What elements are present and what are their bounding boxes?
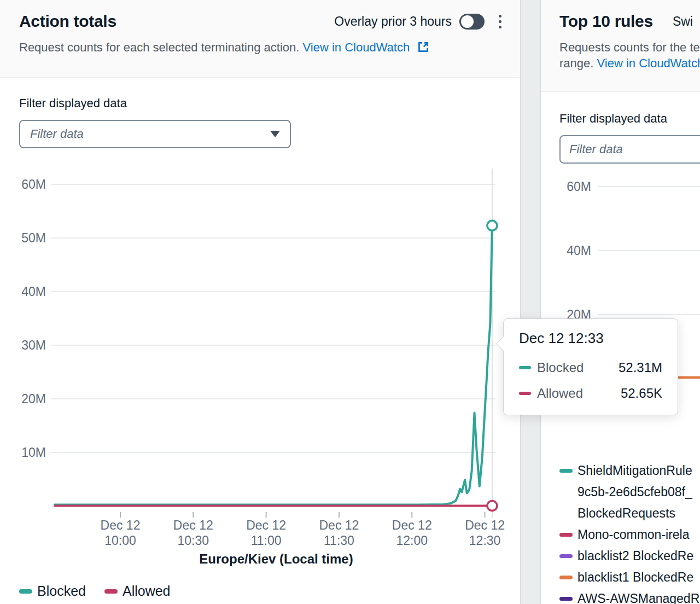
x-tick-label: Dec 12: [173, 518, 213, 532]
filter-data-placeholder: Filter data: [30, 127, 84, 141]
legend-label-blocked: Blocked: [37, 583, 86, 599]
kebab-icon: [499, 26, 501, 28]
legend-item-aws-managed[interactable]: AWS-AWSManagedR: [559, 588, 700, 604]
external-link-icon: [417, 41, 429, 53]
tooltip-label: Allowed: [537, 386, 583, 401]
legend-item-blocked[interactable]: Blocked: [19, 583, 86, 599]
panel-title-top-10-rules: Top 10 rules: [559, 12, 653, 31]
allowed-series-dash-icon: [104, 589, 118, 594]
x-tick-label: Dec 12: [392, 518, 432, 532]
top-10-rules-header: Top 10 rules Swi Requests counts for the…: [541, 0, 700, 92]
waf-dashboard-page: Action totals Overlay prior 3 hours Requ…: [0, 0, 700, 604]
overlay-toggle-label: Overlay prior 3 hours: [334, 14, 452, 29]
cloudwatch-link[interactable]: View in CloudWatch: [303, 40, 410, 54]
blocked-series-dash-icon: [19, 589, 32, 594]
y-tick-label: 40M: [21, 284, 46, 299]
tooltip-value: 52.31M: [619, 360, 662, 375]
y-tick-label: 50M: [21, 231, 46, 245]
filter-displayed-data-label-right: Filter displayed data: [559, 112, 700, 126]
tooltip-label: Blocked: [537, 360, 584, 375]
y-tick-label: 10M: [21, 445, 46, 460]
kebab-icon: [499, 15, 501, 18]
x-tick-label: 11:30: [324, 533, 354, 548]
x-tick-label: 10:00: [104, 533, 136, 548]
y-tick-label: 40M: [567, 243, 591, 258]
end-marker-allowed: [487, 501, 497, 510]
action-totals-chart[interactable]: 10M20M30M40M50M60MDec 1210:00Dec 1210:30…: [0, 164, 520, 580]
chart-tooltip: Dec 12 12:33 Blocked 52.31M Allowed 52.6…: [503, 318, 678, 415]
x-tick-label: Dec 12: [319, 518, 359, 532]
series-line-blocked: [55, 225, 492, 504]
switch-link-clipped[interactable]: Swi: [673, 14, 693, 29]
blocked-series-dash-icon: [519, 366, 531, 369]
action-totals-chart-legend: Blocked Allowed: [19, 583, 171, 599]
legend-item-shield-mitigation-rule[interactable]: ShieldMitigationRule 9c5b-2e6d5cfeb08f_ …: [559, 460, 700, 524]
action-totals-panel: Action totals Overlay prior 3 hours Requ…: [0, 0, 521, 604]
x-tick-label: 12:30: [469, 533, 501, 548]
y-tick-label: 60M: [21, 177, 46, 191]
y-tick-label: 20M: [21, 392, 46, 406]
legend-line: Mono-common-irela: [578, 524, 690, 545]
toggle-knob: [461, 15, 474, 28]
filter-data-dropdown[interactable]: Filter data: [19, 120, 291, 148]
x-tick-label: 10:30: [178, 533, 209, 548]
cloudwatch-link-right[interactable]: View in CloudWatch: [597, 56, 700, 70]
legend-line: blacklist1 BlockedRe: [578, 567, 693, 588]
kebab-menu-button[interactable]: [497, 13, 504, 31]
legend-line: AWS-AWSManagedR: [578, 588, 699, 604]
x-tick-label: Dec 12: [101, 518, 141, 532]
series-dash-icon: [559, 554, 573, 558]
y-tick-label: 60M: [567, 179, 591, 194]
top-rules-description-line2: range.: [559, 56, 597, 70]
kebab-icon: [499, 20, 501, 23]
series-dash-icon: [559, 533, 573, 537]
legend-line: ShieldMitigationRule: [578, 460, 692, 481]
legend-item-mono-common[interactable]: Mono-common-irela: [559, 524, 700, 545]
legend-item-blacklist1[interactable]: blacklist1 BlockedRe: [559, 567, 700, 588]
panel-title-action-totals: Action totals: [19, 12, 116, 31]
action-totals-header: Action totals Overlay prior 3 hours Requ…: [0, 0, 520, 78]
end-marker-blocked: [487, 220, 497, 230]
series-dash-icon: [559, 469, 573, 473]
tooltip-value: 52.65K: [621, 386, 662, 401]
tooltip-title: Dec 12 12:33: [519, 330, 662, 347]
allowed-series-dash-icon: [519, 392, 531, 395]
legend-item-allowed[interactable]: Allowed: [104, 583, 171, 599]
x-tick-label: 12:00: [396, 533, 428, 548]
x-tick-label: Dec 12: [465, 518, 505, 532]
chevron-down-icon: [270, 131, 280, 137]
tooltip-row-allowed: Allowed 52.65K: [519, 380, 662, 406]
top-10-rules-panel: Top 10 rules Swi Requests counts for the…: [540, 0, 700, 604]
y-tick-label: 30M: [21, 338, 46, 352]
series-dash-icon: [559, 576, 573, 579]
x-axis-title: Europe/Kiev (Local time): [199, 551, 353, 566]
filter-data-input[interactable]: [559, 135, 700, 164]
legend-line: BlockedRequests: [578, 503, 692, 524]
overlay-prior-toggle[interactable]: [459, 14, 485, 30]
series-dash-icon: [559, 597, 573, 601]
tooltip-row-blocked: Blocked 52.31M: [519, 355, 662, 380]
x-tick-label: 11:00: [251, 533, 282, 548]
legend-item-blacklist2[interactable]: blacklist2 BlockedRe: [559, 545, 700, 567]
legend-label-allowed: Allowed: [122, 583, 171, 599]
legend-line: 9c5b-2e6d5cfeb08f_: [578, 481, 692, 503]
top-10-rules-legend: ShieldMitigationRule 9c5b-2e6d5cfeb08f_ …: [559, 460, 700, 604]
legend-line: blacklist2 BlockedRe: [578, 545, 693, 567]
panel-description: Request counts for each selected termina…: [19, 40, 299, 54]
x-tick-label: Dec 12: [246, 518, 286, 532]
filter-displayed-data-label: Filter displayed data: [19, 96, 291, 111]
top-rules-description-line1: Requests counts for the ter: [559, 40, 700, 54]
